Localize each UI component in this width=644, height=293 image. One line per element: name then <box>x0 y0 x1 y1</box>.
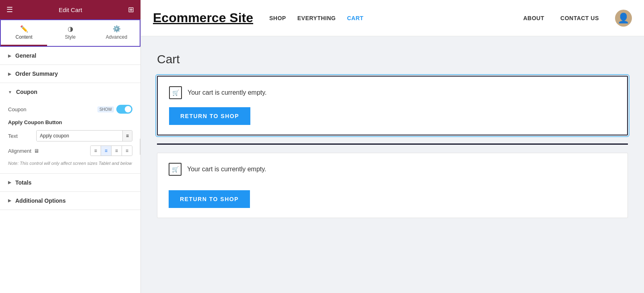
chevron-right-icon: ▶ <box>8 54 11 58</box>
align-justify-btn[interactable]: ≡ <box>122 146 132 156</box>
chevron-down-icon: ▼ <box>8 90 12 94</box>
coupon-toggle-row: Coupon SHOW <box>8 105 132 114</box>
cart-box-1: 🛒 Your cart is currently empty. RETURN T… <box>157 76 628 135</box>
tab-advanced-label: Advanced <box>106 34 127 40</box>
accordion-order-summary-label: Order Summary <box>15 71 58 77</box>
tab-content[interactable]: ✏️ Content <box>1 20 47 46</box>
nav-contact-us[interactable]: CONTACT US <box>560 15 599 21</box>
empty-cart-row-1: 🛒 Your cart is currently empty. <box>169 86 616 99</box>
accordion-coupon-body: Coupon SHOW Apply Coupon Button Text ≡ <box>0 101 140 173</box>
align-left-btn[interactable]: ≡ <box>91 146 101 156</box>
accordion-totals-label: Totals <box>15 179 31 186</box>
circle-half-icon: ◑ <box>68 25 73 33</box>
nav-shop[interactable]: SHOP <box>269 15 286 21</box>
accordion-additional-options-label: Additional Options <box>15 197 66 204</box>
accordion-general-header[interactable]: ▶ General <box>0 47 140 64</box>
coupon-toggle-container: SHOW <box>97 105 132 114</box>
chevron-right-icon-4: ▶ <box>8 198 11 203</box>
accordion-additional-options-header[interactable]: ▶ Additional Options <box>0 192 140 210</box>
coupon-text-label: Text <box>8 133 32 139</box>
cart-box-2: 🛒 Your cart is currently empty. RETURN T… <box>157 153 628 218</box>
coupon-field-label: Coupon <box>8 106 27 112</box>
cart-icon-box-2: 🛒 <box>169 163 182 176</box>
accordion-coupon: ▼ Coupon Coupon SHOW Apply Coupon Button… <box>0 83 140 174</box>
site-title[interactable]: Ecommerce Site <box>153 10 253 25</box>
apply-coupon-subtitle: Apply Coupon Button <box>8 119 132 125</box>
monitor-icon: 🖥 <box>34 148 39 154</box>
accordion-coupon-header[interactable]: ▼ Coupon <box>0 83 140 101</box>
alignment-note: Note: This control will only affect scre… <box>8 160 132 167</box>
sidebar: ☰ Edit Cart ⊞ ✏️ Content ◑ Style ⚙️ Adva… <box>0 0 141 293</box>
align-right-btn[interactable]: ≡ <box>111 146 122 156</box>
sidebar-tabs: ✏️ Content ◑ Style ⚙️ Advanced <box>0 19 140 47</box>
accordion-general: ▶ General <box>0 47 140 65</box>
coupon-text-input-wrapper: ≡ <box>36 130 132 141</box>
align-center-btn[interactable]: ≡ <box>101 146 111 156</box>
coupon-toggle-switch[interactable] <box>116 105 132 114</box>
sidebar-header: ☰ Edit Cart ⊞ <box>0 0 140 19</box>
empty-cart-text-2: Your cart is currently empty. <box>187 166 266 173</box>
nav-everything[interactable]: EVERYTHING <box>297 15 336 21</box>
coupon-alignment-row: Alignment 🖥 ≡ ≡ ≡ ≡ <box>8 145 132 156</box>
nav-links: SHOP EVERYTHING CART <box>269 15 523 21</box>
tab-content-label: Content <box>15 34 32 40</box>
alignment-label: Alignment <box>8 148 31 154</box>
toggle-show-label: SHOW <box>97 106 114 112</box>
tab-advanced[interactable]: ⚙️ Advanced <box>93 20 140 46</box>
empty-cart-text-1: Your cart is currently empty. <box>188 89 267 96</box>
cart-icon-box-1: 🛒 <box>169 86 182 99</box>
empty-cart-row-2: 🛒 Your cart is currently empty. <box>169 163 616 176</box>
accordion-coupon-label: Coupon <box>16 89 37 95</box>
return-to-shop-button-2[interactable]: RETURN TO SHOP <box>169 190 250 208</box>
section-divider <box>157 143 628 145</box>
accordion-totals-header[interactable]: ▶ Totals <box>0 174 140 191</box>
accordion-general-label: General <box>15 52 36 59</box>
coupon-text-row: Text ≡ <box>8 130 132 141</box>
sidebar-title: Edit Cart <box>59 6 82 13</box>
chevron-right-icon-3: ▶ <box>8 180 11 185</box>
alignment-options: ≡ ≡ ≡ ≡ <box>90 145 132 156</box>
main-content: Ecommerce Site SHOP EVERYTHING CART ABOU… <box>141 0 644 293</box>
text-align-icon[interactable]: ≡ <box>122 131 132 141</box>
user-avatar[interactable]: 👤 <box>615 10 632 27</box>
nav-about[interactable]: ABOUT <box>523 15 544 21</box>
nav-cart[interactable]: CART <box>347 15 363 21</box>
top-nav: Ecommerce Site SHOP EVERYTHING CART ABOU… <box>141 0 644 36</box>
page-body: Cart 🛒 Your cart is currently empty. RET… <box>141 36 644 230</box>
sidebar-content: ▶ General ▶ Order Summary ▼ Coupon Coupo… <box>0 47 140 293</box>
accordion-order-summary-header[interactable]: ▶ Order Summary <box>0 65 140 83</box>
nav-right: ABOUT CONTACT US 👤 <box>523 10 632 27</box>
shopping-cart-icon: 🛒 <box>172 89 179 96</box>
accordion-order-summary: ▶ Order Summary <box>0 65 140 83</box>
accordion-additional-options: ▶ Additional Options <box>0 192 140 210</box>
shopping-cart-icon-2: 🛒 <box>172 166 179 172</box>
accordion-totals: ▶ Totals <box>0 174 140 192</box>
return-to-shop-button[interactable]: RETURN TO SHOP <box>169 107 250 125</box>
coupon-text-input[interactable] <box>37 131 122 141</box>
alignment-label-wrap: Alignment 🖥 <box>8 148 39 154</box>
chevron-right-icon-2: ▶ <box>8 72 11 76</box>
hamburger-icon[interactable]: ☰ <box>6 5 13 14</box>
grid-icon[interactable]: ⊞ <box>128 5 134 14</box>
tab-style[interactable]: ◑ Style <box>47 20 93 46</box>
page-title: Cart <box>157 52 628 66</box>
gear-icon: ⚙️ <box>113 25 121 33</box>
pencil-icon: ✏️ <box>20 25 28 33</box>
tab-style-label: Style <box>65 34 76 40</box>
